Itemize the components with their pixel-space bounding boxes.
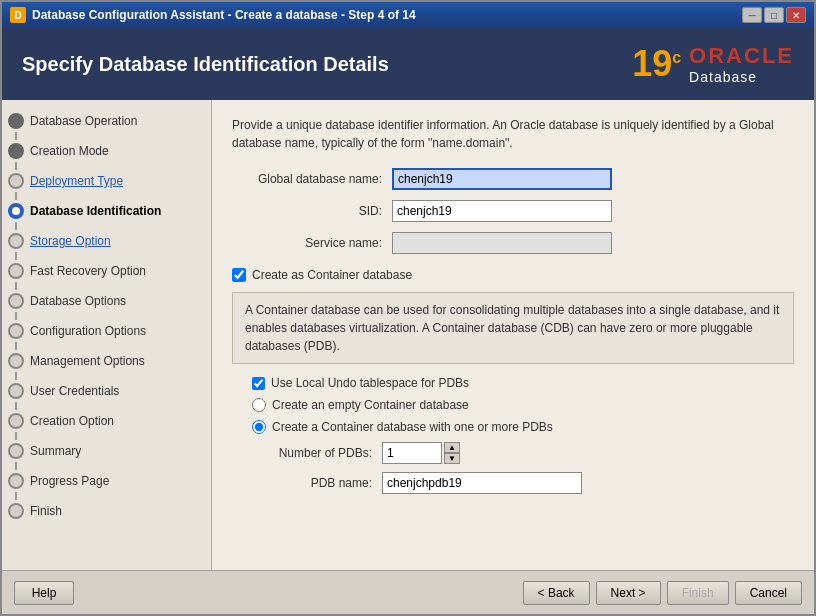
empty-container-radio[interactable] (252, 398, 266, 412)
oracle-logo: 19c ORACLE Database (632, 43, 794, 85)
pdb-count-up-button[interactable]: ▲ (444, 442, 460, 453)
service-name-label: Service name: (232, 236, 392, 250)
window-title: Database Configuration Assistant - Creat… (32, 8, 416, 22)
container-with-pdbs-radio[interactable] (252, 420, 266, 434)
footer-right: < Back Next > Finish Cancel (523, 581, 802, 605)
oracle-superscript: c (672, 49, 681, 66)
global-db-name-input[interactable] (392, 168, 612, 190)
step-icon-finish (8, 503, 24, 519)
title-bar-controls: ─ □ ✕ (742, 7, 806, 23)
sidebar-item-storage-option[interactable]: Storage Option (2, 230, 211, 252)
container-db-label[interactable]: Create as Container database (252, 268, 412, 282)
pdb-count-down-button[interactable]: ▼ (444, 453, 460, 464)
sidebar-label-database-options: Database Options (30, 294, 126, 308)
sidebar-label-storage-option: Storage Option (30, 234, 111, 248)
main-content: Database Operation Creation Mode Deploym… (2, 100, 814, 570)
step-connector-2 (15, 162, 17, 170)
pdb-name-input[interactable] (382, 472, 582, 494)
sidebar-item-creation-mode[interactable]: Creation Mode (2, 140, 211, 162)
step-connector-1 (15, 132, 17, 140)
title-bar: D Database Configuration Assistant - Cre… (2, 2, 814, 28)
container-with-pdbs-label[interactable]: Create a Container database with one or … (272, 420, 553, 434)
container-with-pdbs-row: Create a Container database with one or … (252, 420, 794, 434)
empty-container-label[interactable]: Create an empty Container database (272, 398, 469, 412)
help-button[interactable]: Help (14, 581, 74, 605)
finish-button[interactable]: Finish (667, 581, 729, 605)
cancel-button[interactable]: Cancel (735, 581, 802, 605)
sid-label: SID: (232, 204, 392, 218)
step-connector-11 (15, 432, 17, 440)
sidebar-item-configuration-options[interactable]: Configuration Options (2, 320, 211, 342)
sid-input[interactable] (392, 200, 612, 222)
use-local-undo-label[interactable]: Use Local Undo tablespace for PDBs (271, 376, 469, 390)
sidebar-label-configuration-options: Configuration Options (30, 324, 146, 338)
back-button[interactable]: < Back (523, 581, 590, 605)
sidebar-label-creation-option: Creation Option (30, 414, 114, 428)
content-area: Provide a unique database identifier inf… (212, 100, 814, 570)
sidebar-label-progress-page: Progress Page (30, 474, 109, 488)
step-connector-9 (15, 372, 17, 380)
sidebar-label-deployment-type: Deployment Type (30, 174, 123, 188)
next-button[interactable]: Next > (596, 581, 661, 605)
container-db-checkbox-row: Create as Container database (232, 268, 794, 282)
step-connector-8 (15, 342, 17, 350)
sidebar-label-user-credentials: User Credentials (30, 384, 119, 398)
step-icon-creation-option (8, 413, 24, 429)
header-title: Specify Database Identification Details (22, 53, 389, 76)
sidebar-item-finish[interactable]: Finish (2, 500, 211, 522)
empty-container-row: Create an empty Container database (252, 398, 794, 412)
sidebar-item-database-options[interactable]: Database Options (2, 290, 211, 312)
step-connector-3 (15, 192, 17, 200)
options-group: Use Local Undo tablespace for PDBs Creat… (252, 376, 794, 434)
sidebar-label-database-identification: Database Identification (30, 204, 161, 218)
step-icon-progress-page (8, 473, 24, 489)
sidebar-item-fast-recovery-option[interactable]: Fast Recovery Option (2, 260, 211, 282)
pdb-count-input[interactable] (382, 442, 442, 464)
pdb-count-row: Number of PDBs: ▲ ▼ (252, 442, 794, 464)
step-connector-12 (15, 462, 17, 470)
step-icon-storage-option (8, 233, 24, 249)
pdb-count-spinner: ▲ ▼ (444, 442, 460, 464)
maximize-button[interactable]: □ (764, 7, 784, 23)
minimize-button[interactable]: ─ (742, 7, 762, 23)
step-icon-configuration-options (8, 323, 24, 339)
pdb-name-label: PDB name: (252, 476, 382, 490)
footer-bar: Help < Back Next > Finish Cancel (2, 570, 814, 614)
sidebar-label-database-operation: Database Operation (30, 114, 137, 128)
sidebar-item-database-operation[interactable]: Database Operation (2, 110, 211, 132)
step-icon-database-operation (8, 113, 24, 129)
step-icon-creation-mode (8, 143, 24, 159)
sidebar-item-user-credentials[interactable]: User Credentials (2, 380, 211, 402)
use-local-undo-checkbox[interactable] (252, 377, 265, 390)
app-icon: D (10, 7, 26, 23)
sidebar: Database Operation Creation Mode Deploym… (2, 100, 212, 570)
sidebar-item-summary[interactable]: Summary (2, 440, 211, 462)
service-name-row: Service name: (232, 232, 794, 254)
container-description: A Container database can be used for con… (232, 292, 794, 364)
sidebar-label-summary: Summary (30, 444, 81, 458)
container-db-checkbox[interactable] (232, 268, 246, 282)
service-name-input[interactable] (392, 232, 612, 254)
sidebar-item-progress-page[interactable]: Progress Page (2, 470, 211, 492)
sidebar-item-deployment-type[interactable]: Deployment Type (2, 170, 211, 192)
step-icon-database-options (8, 293, 24, 309)
sidebar-item-management-options[interactable]: Management Options (2, 350, 211, 372)
sidebar-label-finish: Finish (30, 504, 62, 518)
global-db-name-row: Global database name: (232, 168, 794, 190)
title-bar-left: D Database Configuration Assistant - Cre… (10, 7, 416, 23)
close-button[interactable]: ✕ (786, 7, 806, 23)
main-window: D Database Configuration Assistant - Cre… (0, 0, 816, 616)
step-icon-management-options (8, 353, 24, 369)
step-connector-10 (15, 402, 17, 410)
content-description: Provide a unique database identifier inf… (232, 116, 794, 152)
oracle-version: 19c (632, 46, 681, 82)
step-connector-13 (15, 492, 17, 500)
header-bar: Specify Database Identification Details … (2, 28, 814, 100)
sidebar-item-database-identification[interactable]: Database Identification (2, 200, 211, 222)
sidebar-label-fast-recovery-option: Fast Recovery Option (30, 264, 146, 278)
use-local-undo-row: Use Local Undo tablespace for PDBs (252, 376, 794, 390)
oracle-product: Database (689, 69, 757, 85)
step-icon-deployment-type (8, 173, 24, 189)
sidebar-item-creation-option[interactable]: Creation Option (2, 410, 211, 432)
global-db-name-label: Global database name: (232, 172, 392, 186)
